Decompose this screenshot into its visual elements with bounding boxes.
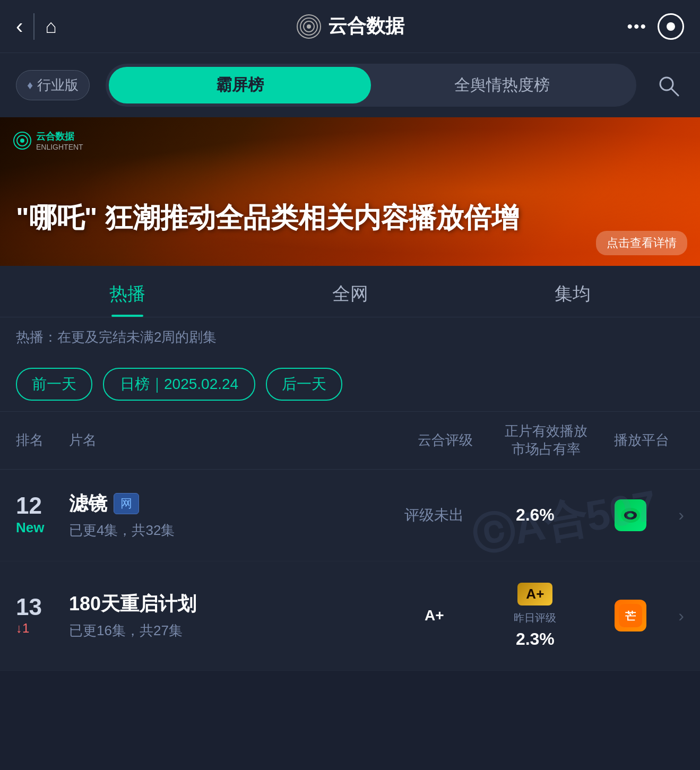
market-column: A+ 昨日评级 2.3% (482, 583, 588, 649)
banner-logo-text: 云合数据 (36, 130, 83, 143)
banner[interactable]: 云合数据 ENLIGHTENT "哪吒" 狂潮推动全品类相关内容播放倍增 点击查… (0, 117, 700, 266)
platform-column (588, 499, 673, 531)
banner-title: "哪吒" 狂潮推动全品类相关内容播放倍增 (16, 201, 519, 234)
show-title-row: 180天重启计划 (69, 591, 386, 617)
more-button[interactable]: ••• (627, 18, 647, 36)
list-item[interactable]: 12 New 滤镜 网 已更4集，共32集 评级未出 2.6% › ⓒA合507 (0, 470, 700, 561)
chevron-right-icon: › (678, 505, 684, 525)
next-day-button[interactable]: 后一天 (266, 368, 342, 401)
filter-bar: ♦ 行业版 霸屏榜 全舆情热度榜 (0, 53, 700, 117)
content-tabs: 热播 全网 集均 (0, 266, 700, 317)
show-title: 滤镜 (69, 491, 107, 517)
record-button[interactable] (658, 13, 684, 40)
iqiyi-platform-icon (615, 499, 646, 531)
search-button[interactable] (652, 70, 684, 101)
record-inner-icon (667, 22, 675, 31)
prev-day-button[interactable]: 前一天 (16, 368, 92, 401)
industry-label: 行业版 (37, 76, 79, 94)
app-title: 云合数据 (296, 13, 404, 39)
market-percentage: 2.3% (516, 629, 555, 649)
rating-text: A+ (425, 607, 444, 624)
tab-all[interactable]: 全网 (239, 266, 462, 317)
svg-point-8 (20, 139, 24, 143)
industry-version-badge[interactable]: ♦ 行业版 (16, 70, 90, 100)
platform-tag: 网 (114, 493, 139, 514)
show-title-row: 滤镜 网 (69, 491, 386, 517)
header-name: 片名 (69, 431, 397, 449)
description-text: 热播：在更及完结未满2周的剧集 (0, 317, 700, 357)
header-market: 正片有效播放 市场占有率 (493, 422, 599, 458)
header-rank: 排名 (16, 431, 69, 449)
table-header: 排名 片名 云合评级 正片有效播放 市场占有率 播放平台 (0, 412, 700, 470)
tab-baping[interactable]: 霸屏榜 (109, 67, 371, 103)
svg-point-3 (307, 24, 311, 29)
tab-hotrank[interactable]: 全舆情热度榜 (371, 67, 633, 103)
rating-pill: A+ (517, 583, 552, 605)
banner-logo: 云合数据 ENLIGHTENT (13, 130, 83, 151)
banner-detail-button[interactable]: 点击查看详情 (596, 231, 687, 255)
rating-column: A+ (386, 607, 482, 624)
market-percentage: 2.6% (516, 505, 555, 525)
svg-text:芒: 芒 (625, 610, 636, 622)
banner-logo-icon (13, 131, 32, 150)
list-item[interactable]: 13 ↓1 180天重启计划 已更16集，共27集 A+ A+ 昨日评级 2.3… (0, 561, 700, 671)
banner-sub-logo: ENLIGHTENT (36, 143, 83, 151)
platform-column: 芒 (588, 600, 673, 631)
name-column: 滤镜 网 已更4集，共32集 (69, 491, 386, 540)
nav-divider (33, 13, 34, 40)
show-title: 180天重启计划 (69, 591, 196, 617)
rank-change-badge: ↓1 (16, 621, 29, 636)
main-tab-group: 霸屏榜 全舆情热度榜 (106, 64, 636, 107)
date-navigation: 前一天 日榜｜2025.02.24 后一天 (0, 357, 700, 412)
chevron-right-icon: › (678, 606, 684, 626)
top-navigation: ‹ ⌂ 云合数据 ••• (0, 0, 700, 53)
banner-background (0, 117, 700, 266)
show-meta: 已更4集，共32集 (69, 521, 386, 540)
show-meta: 已更16集，共27集 (69, 621, 386, 640)
svg-line-5 (671, 89, 678, 96)
home-button[interactable]: ⌂ (45, 15, 57, 38)
title-text: 云合数据 (328, 13, 404, 39)
svg-point-11 (627, 513, 634, 517)
app-logo-icon (296, 14, 322, 39)
rating-badge-group: A+ (386, 607, 482, 624)
diamond-icon: ♦ (27, 79, 33, 92)
header-platform: 播放平台 (599, 431, 684, 449)
header-rating: 云合评级 (397, 431, 493, 449)
tab-hot[interactable]: 热播 (16, 266, 239, 317)
back-button[interactable]: ‹ (16, 14, 23, 38)
rating-column: 评级未出 (386, 505, 482, 525)
rank-new-badge: New (16, 520, 44, 536)
rank-number: 12 (16, 494, 42, 517)
rating-pill-sublabel: 昨日评级 (514, 611, 556, 625)
mango-platform-icon: 芒 (615, 600, 646, 631)
search-icon (657, 74, 679, 97)
market-column: 2.6% (482, 505, 588, 525)
name-column: 180天重启计划 已更16集，共27集 (69, 591, 386, 640)
current-date-button[interactable]: 日榜｜2025.02.24 (103, 368, 255, 401)
rank-number: 13 (16, 595, 42, 619)
rank-column: 12 New (16, 494, 69, 536)
tab-avg[interactable]: 集均 (461, 266, 684, 317)
rank-column: 13 ↓1 (16, 595, 69, 636)
